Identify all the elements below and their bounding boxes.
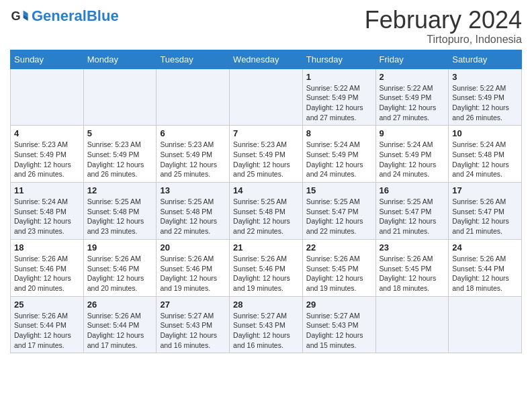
day-cell: 24Sunrise: 5:26 AMSunset: 5:44 PMDayligh… [449,239,522,296]
day-number: 4 [14,128,80,138]
day-info: Sunrise: 5:26 AMSunset: 5:46 PMDaylight:… [87,254,153,293]
day-info: Sunrise: 5:25 AMSunset: 5:48 PMDaylight:… [160,197,226,236]
day-cell [449,296,522,353]
day-cell: 25Sunrise: 5:26 AMSunset: 5:44 PMDayligh… [11,296,84,353]
day-number: 8 [306,128,372,138]
week-row-1: 4Sunrise: 5:23 AMSunset: 5:49 PMDaylight… [11,126,522,183]
day-number: 22 [306,242,372,253]
svg-text:G: G [11,9,20,23]
day-number: 12 [87,185,153,195]
day-cell [83,68,157,126]
day-number: 18 [14,242,80,253]
day-cell [230,68,303,126]
day-number: 15 [306,185,372,195]
day-number: 2 [380,72,445,82]
day-info: Sunrise: 5:24 AMSunset: 5:49 PMDaylight:… [306,140,372,179]
day-info: Sunrise: 5:23 AMSunset: 5:49 PMDaylight:… [160,140,226,179]
day-cell: 16Sunrise: 5:25 AMSunset: 5:47 PMDayligh… [375,183,449,240]
day-info: Sunrise: 5:27 AMSunset: 5:43 PMDaylight:… [306,311,372,351]
day-number: 28 [233,300,299,310]
day-info: Sunrise: 5:24 AMSunset: 5:48 PMDaylight:… [452,140,518,179]
day-number: 1 [306,72,372,82]
day-cell: 22Sunrise: 5:26 AMSunset: 5:45 PMDayligh… [302,239,375,296]
day-cell: 8Sunrise: 5:24 AMSunset: 5:49 PMDaylight… [302,126,375,183]
header: G GeneralBlue February 2024 Tirtopuro, I… [10,7,522,46]
day-cell: 28Sunrise: 5:27 AMSunset: 5:43 PMDayligh… [230,296,303,353]
day-info: Sunrise: 5:22 AMSunset: 5:49 PMDaylight:… [452,83,518,123]
day-info: Sunrise: 5:26 AMSunset: 5:44 PMDaylight:… [87,311,153,351]
day-number: 7 [233,128,299,138]
day-number: 10 [452,128,518,138]
day-number: 5 [87,128,153,138]
day-number: 6 [160,128,226,138]
day-info: Sunrise: 5:27 AMSunset: 5:43 PMDaylight:… [233,311,299,351]
subtitle: Tirtopuro, Indonesia [365,34,522,46]
day-info: Sunrise: 5:22 AMSunset: 5:49 PMDaylight:… [380,83,445,123]
day-cell: 5Sunrise: 5:23 AMSunset: 5:49 PMDaylight… [83,126,157,183]
day-number: 26 [87,300,153,310]
day-info: Sunrise: 5:23 AMSunset: 5:49 PMDaylight:… [14,140,80,179]
day-info: Sunrise: 5:23 AMSunset: 5:49 PMDaylight:… [87,140,153,179]
day-cell: 12Sunrise: 5:25 AMSunset: 5:48 PMDayligh… [83,183,157,240]
day-info: Sunrise: 5:26 AMSunset: 5:47 PMDaylight:… [452,197,518,236]
day-info: Sunrise: 5:26 AMSunset: 5:46 PMDaylight:… [160,254,226,293]
title-area: February 2024 Tirtopuro, Indonesia [365,7,522,46]
day-info: Sunrise: 5:27 AMSunset: 5:43 PMDaylight:… [160,311,226,351]
day-number: 20 [160,242,226,253]
day-number: 11 [14,185,80,195]
day-info: Sunrise: 5:25 AMSunset: 5:48 PMDaylight:… [87,197,153,236]
day-cell [375,296,449,353]
day-info: Sunrise: 5:22 AMSunset: 5:49 PMDaylight:… [306,83,372,123]
week-row-3: 18Sunrise: 5:26 AMSunset: 5:46 PMDayligh… [11,239,522,296]
day-info: Sunrise: 5:26 AMSunset: 5:46 PMDaylight:… [14,254,80,293]
day-cell: 7Sunrise: 5:23 AMSunset: 5:49 PMDaylight… [230,126,303,183]
day-info: Sunrise: 5:24 AMSunset: 5:49 PMDaylight:… [380,140,445,179]
logo-text: GeneralBlue [32,9,119,24]
weekday-header-wednesday: Wednesday [230,50,303,68]
calendar-title: February 2024 [365,7,522,34]
day-info: Sunrise: 5:24 AMSunset: 5:48 PMDaylight:… [14,197,80,236]
day-cell: 23Sunrise: 5:26 AMSunset: 5:45 PMDayligh… [375,239,449,296]
day-info: Sunrise: 5:25 AMSunset: 5:47 PMDaylight:… [380,197,445,236]
day-number: 24 [452,242,518,253]
day-cell: 29Sunrise: 5:27 AMSunset: 5:43 PMDayligh… [302,296,375,353]
day-cell: 20Sunrise: 5:26 AMSunset: 5:46 PMDayligh… [157,239,230,296]
day-number: 27 [160,300,226,310]
day-info: Sunrise: 5:26 AMSunset: 5:45 PMDaylight:… [306,254,372,293]
day-number: 14 [233,185,299,195]
weekday-header-row: SundayMondayTuesdayWednesdayThursdayFrid… [11,50,522,68]
day-cell: 21Sunrise: 5:26 AMSunset: 5:46 PMDayligh… [230,239,303,296]
week-row-4: 25Sunrise: 5:26 AMSunset: 5:44 PMDayligh… [11,296,522,353]
weekday-header-friday: Friday [375,50,449,68]
weekday-header-saturday: Saturday [449,50,522,68]
weekday-header-sunday: Sunday [11,50,84,68]
day-number: 21 [233,242,299,253]
day-number: 19 [87,242,153,253]
day-info: Sunrise: 5:26 AMSunset: 5:46 PMDaylight:… [233,254,299,293]
day-info: Sunrise: 5:25 AMSunset: 5:47 PMDaylight:… [306,197,372,236]
day-cell: 19Sunrise: 5:26 AMSunset: 5:46 PMDayligh… [83,239,157,296]
week-row-0: 1Sunrise: 5:22 AMSunset: 5:49 PMDaylight… [11,68,522,126]
day-number: 9 [380,128,445,138]
day-info: Sunrise: 5:23 AMSunset: 5:49 PMDaylight:… [233,140,299,179]
weekday-header-monday: Monday [83,50,157,68]
day-cell: 10Sunrise: 5:24 AMSunset: 5:48 PMDayligh… [449,126,522,183]
day-cell: 2Sunrise: 5:22 AMSunset: 5:49 PMDaylight… [375,68,449,126]
day-cell: 14Sunrise: 5:25 AMSunset: 5:48 PMDayligh… [230,183,303,240]
day-cell: 11Sunrise: 5:24 AMSunset: 5:48 PMDayligh… [11,183,84,240]
day-info: Sunrise: 5:26 AMSunset: 5:44 PMDaylight:… [14,311,80,351]
calendar-table: SundayMondayTuesdayWednesdayThursdayFrid… [10,50,522,354]
day-number: 25 [14,300,80,310]
day-number: 17 [452,185,518,195]
logo-icon: G [10,7,29,26]
day-cell: 4Sunrise: 5:23 AMSunset: 5:49 PMDaylight… [11,126,84,183]
day-info: Sunrise: 5:26 AMSunset: 5:44 PMDaylight:… [452,254,518,293]
day-info: Sunrise: 5:26 AMSunset: 5:45 PMDaylight:… [380,254,445,293]
logo: G GeneralBlue [10,7,119,26]
day-cell: 27Sunrise: 5:27 AMSunset: 5:43 PMDayligh… [157,296,230,353]
day-number: 13 [160,185,226,195]
day-cell: 6Sunrise: 5:23 AMSunset: 5:49 PMDaylight… [157,126,230,183]
day-cell [11,68,84,126]
day-cell [157,68,230,126]
day-cell: 17Sunrise: 5:26 AMSunset: 5:47 PMDayligh… [449,183,522,240]
